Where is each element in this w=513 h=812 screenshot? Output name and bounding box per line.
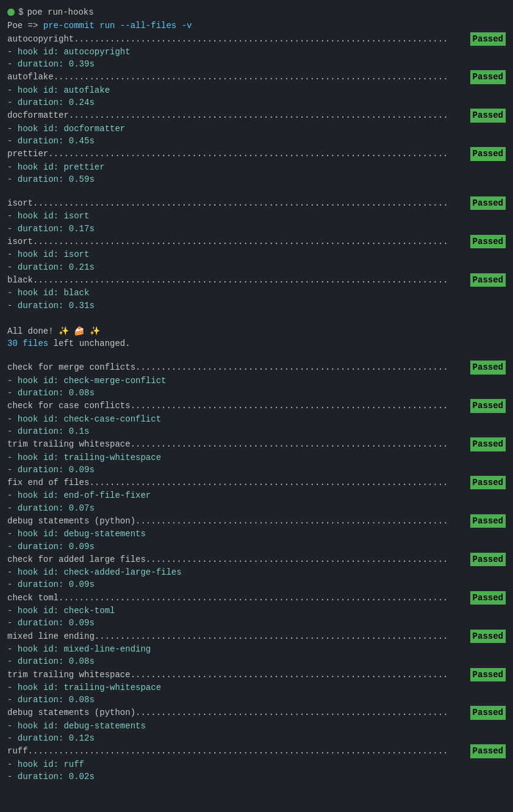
hook-dots: ........................................… [69, 109, 470, 121]
hook-duration-line: - duration: 0.02s [7, 771, 506, 783]
hook-line: check for merge conflicts...............… [7, 361, 506, 374]
passed-badge: Passed [470, 32, 506, 46]
hook-line: isort...................................… [7, 235, 506, 248]
passed-badge: Passed [470, 437, 506, 451]
hook-duration-line: - duration: 0.09s [7, 617, 506, 629]
hook-line: debug statements (python)...............… [7, 514, 506, 528]
hook-id-line: - hook id: debug-statements [7, 528, 506, 540]
hook-duration-line: - duration: 0.1s [7, 425, 506, 437]
hook-dots: ........................................… [135, 361, 470, 373]
passed-badge: Passed [470, 273, 506, 287]
hook-line: isort...................................… [7, 196, 506, 210]
hook-line: autocopyright...........................… [7, 32, 506, 46]
hook-dots: ........................................… [33, 197, 470, 209]
files-count: 30 files [7, 337, 48, 350]
hook-id-line: - hook id: black [7, 287, 506, 299]
hook-name: debug statements (python) [7, 515, 135, 527]
hook-line: docformatter............................… [7, 109, 506, 122]
hook-id-line: - hook id: prettier [7, 161, 506, 173]
hook-line: black...................................… [7, 273, 506, 287]
hook-dots: ........................................… [131, 438, 470, 450]
hook-name: check for added large files [7, 553, 146, 566]
passed-badge: Passed [470, 399, 506, 412]
hook-line: trim trailing whitespace................… [7, 668, 506, 681]
hook-line: fix end of files........................… [7, 476, 506, 489]
hook-duration-line: - duration: 0.08s [7, 655, 506, 667]
hook-dots: ........................................… [95, 630, 470, 642]
hook-dots: ........................................… [48, 148, 470, 160]
hook-id-line: - hook id: trailing-whitespace [7, 681, 506, 694]
hook-name: black [7, 274, 33, 286]
hook-id-line: - hook id: debug-statements [7, 720, 506, 732]
hook-id-line: - hook id: check-toml [7, 605, 506, 617]
hook-dots: ........................................… [131, 669, 470, 681]
poe-command: pre-commit run --all-files -v [43, 20, 192, 32]
hook-dots: ........................................… [146, 553, 470, 566]
spacer-after-black [7, 312, 506, 323]
hook-line: check for case conflicts................… [7, 399, 506, 412]
hook-duration-line: - duration: 0.31s [7, 300, 506, 312]
files-line: 30 files left unchanged. [7, 337, 506, 350]
hook-dots: ........................................… [54, 71, 470, 83]
hook-name: autoflake [7, 71, 54, 83]
hook-line: trim trailing whitespace................… [7, 437, 506, 451]
hook-duration-line: - duration: 0.17s [7, 223, 506, 235]
hook-name: ruff [7, 745, 28, 757]
poe-arrow-line: Poe => pre-commit run --all-files -v [7, 20, 506, 32]
hook-duration-line: - duration: 0.39s [7, 58, 506, 70]
hook-dots: ........................................… [131, 400, 470, 412]
hook-id-line: - hook id: docformatter [7, 123, 506, 135]
hook-dots: ........................................… [89, 476, 470, 489]
hook-name: check for merge conflicts [7, 361, 135, 373]
hook-line: mixed line ending.......................… [7, 630, 506, 643]
spacer [7, 350, 506, 361]
passed-badge: Passed [470, 70, 506, 84]
hook-id-line: - hook id: autocopyright [7, 46, 506, 58]
hook-name: check for case conflicts [7, 400, 131, 412]
passed-badge: Passed [470, 706, 506, 719]
hook-dots: ........................................… [33, 235, 470, 248]
hook-name: prettier [7, 148, 48, 160]
hook-duration-line: - duration: 0.59s [7, 173, 506, 185]
hook-name: trim trailing whitespace [7, 669, 131, 681]
hook-line: autoflake...............................… [7, 70, 506, 84]
hook-dots: ........................................… [59, 592, 470, 604]
passed-badge: Passed [470, 196, 506, 210]
hook-name: docformatter [7, 109, 69, 121]
hook-id-line: - hook id: check-added-large-files [7, 566, 506, 578]
hook-name: debug statements (python) [7, 706, 135, 719]
hook-duration-line: - duration: 0.09s [7, 464, 506, 476]
files-suffix: left unchanged. [48, 337, 130, 350]
hook-duration-line: - duration: 0.24s [7, 96, 506, 109]
poe-prefix: Poe => [7, 20, 43, 32]
hook-id-line: - hook id: isort [7, 210, 506, 222]
hook-dots: ........................................… [74, 33, 470, 45]
hook-id-line: - hook id: check-merge-conflict [7, 375, 506, 387]
hook-duration-line: - duration: 0.12s [7, 732, 506, 744]
passed-badge: Passed [470, 744, 506, 758]
hook-duration-line: - duration: 0.09s [7, 541, 506, 553]
hook-id-line: - hook id: ruff [7, 758, 506, 771]
hook-dots: ........................................… [28, 745, 470, 757]
passed-badge: Passed [470, 591, 506, 605]
hook-name: fix end of files [7, 476, 89, 489]
hook-id-line: - hook id: autoflake [7, 84, 506, 96]
spacer [7, 185, 506, 196]
hooks-container: autocopyright...........................… [7, 32, 506, 312]
prompt-command: poe run-hooks [27, 6, 93, 18]
passed-badge: Passed [470, 361, 506, 374]
hook-name: autocopyright [7, 33, 74, 45]
hook-dots: ........................................… [135, 706, 470, 719]
hook-duration-line: - duration: 0.08s [7, 694, 506, 706]
hook-dots: ........................................… [33, 274, 470, 286]
hook-id-line: - hook id: check-case-conflict [7, 413, 506, 425]
hook-duration-line: - duration: 0.09s [7, 578, 506, 591]
hook-duration-line: - duration: 0.45s [7, 135, 506, 147]
prompt-dollar: $ [18, 6, 23, 18]
hook-dots: ........................................… [135, 515, 470, 527]
hook-id-line: - hook id: trailing-whitespace [7, 451, 506, 464]
hook-id-line: - hook id: isort [7, 248, 506, 260]
passed-badge: Passed [470, 147, 506, 160]
hook-name: trim trailing whitespace [7, 438, 131, 450]
hook-name: mixed line ending [7, 630, 95, 642]
